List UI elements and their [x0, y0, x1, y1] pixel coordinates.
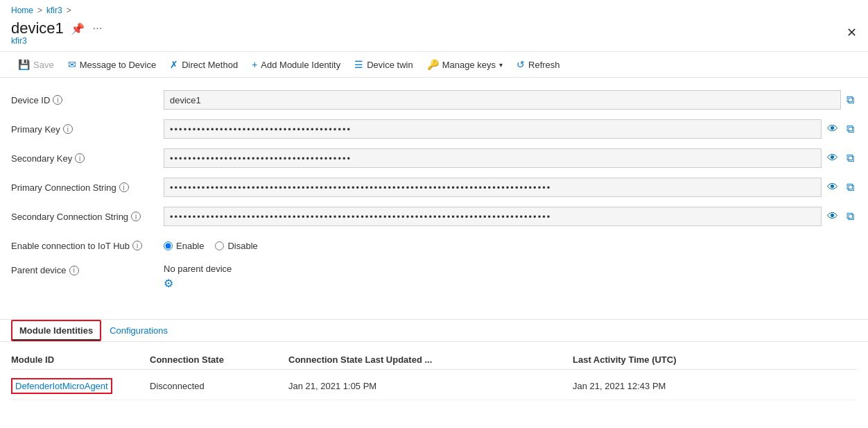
secondary-conn-string-info-icon[interactable]: i	[131, 212, 141, 221]
add-module-identity-button[interactable]: + Add Module Identity	[245, 56, 347, 73]
refresh-button[interactable]: ↺ Refresh	[510, 56, 567, 73]
message-icon: ✉	[68, 59, 76, 70]
pin-button[interactable]: 📌	[69, 21, 86, 37]
primary-key-info-icon[interactable]: i	[63, 124, 73, 134]
breadcrumb-sep2: >	[67, 6, 71, 15]
manage-keys-icon: 🔑	[427, 59, 439, 70]
enable-connection-radio-group: Enable Disable	[164, 241, 258, 251]
parent-device-area: No parent device ⚙	[164, 264, 232, 290]
secondary-key-info-icon[interactable]: i	[75, 153, 85, 163]
device-id-input[interactable]	[164, 90, 841, 110]
secondary-key-field-container: 👁 ⧉	[164, 148, 857, 168]
breadcrumb-hub[interactable]: kfir3	[46, 6, 62, 15]
direct-method-icon: ✗	[170, 59, 178, 70]
enable-connection-info-icon[interactable]: i	[132, 241, 142, 250]
primary-key-eye-button[interactable]: 👁	[824, 121, 841, 137]
secondary-key-input[interactable]	[164, 148, 822, 168]
content-area: Device ID i ⧉ Primary Key i 👁 ⧉	[0, 78, 868, 308]
primary-key-input[interactable]	[164, 119, 822, 139]
secondary-conn-string-field-container: 👁 ⧉	[164, 207, 857, 226]
module-id-cell: DefenderIotMicroAgent	[11, 378, 150, 394]
disable-radio-label[interactable]: Disable	[215, 241, 257, 251]
device-id-copy-button[interactable]: ⧉	[844, 92, 857, 108]
module-id-link[interactable]: DefenderIotMicroAgent	[11, 378, 112, 394]
primary-conn-string-label: Primary Connection String i	[11, 182, 164, 193]
enable-connection-row: Enable connection to IoT Hub i Enable Di…	[11, 234, 857, 257]
table-area: Module ID Connection State Connection St…	[0, 342, 868, 409]
device-id-field-container: ⧉	[164, 90, 857, 110]
device-twin-button[interactable]: ☰ Device twin	[347, 56, 419, 73]
message-to-device-button[interactable]: ✉ Message to Device	[61, 56, 164, 73]
secondary-conn-string-label: Secondary Connection String i	[11, 212, 164, 222]
primary-conn-string-field-container: 👁 ⧉	[164, 178, 857, 197]
copy-icon: ⧉	[847, 94, 854, 106]
secondary-key-label: Secondary Key i	[11, 153, 164, 164]
device-id-label: Device ID i	[11, 95, 164, 105]
disable-radio[interactable]	[215, 241, 224, 250]
enable-radio[interactable]	[164, 241, 173, 250]
form-area: Device ID i ⧉ Primary Key i 👁 ⧉	[0, 89, 868, 297]
conn-state-updated-cell: Jan 21, 2021 1:05 PM	[288, 381, 573, 391]
table-header: Module ID Connection State Connection St…	[11, 350, 857, 370]
tab-module-identities[interactable]: Module Identities	[11, 320, 101, 341]
col-header-connection-state: Connection State	[150, 354, 288, 365]
parent-device-row: Parent device i No parent device ⚙	[11, 264, 857, 290]
breadcrumb-home[interactable]: Home	[11, 6, 33, 15]
secondary-key-eye-button[interactable]: 👁	[824, 151, 841, 166]
tabs-bar: Module Identities Configurations	[0, 320, 868, 342]
tabs-section: Module Identities Configurations Module …	[0, 319, 868, 409]
secondary-conn-string-row: Secondary Connection String i 👁 ⧉	[11, 205, 857, 228]
col-header-module-id: Module ID	[11, 354, 150, 365]
secondary-key-row: Secondary Key i 👁 ⧉	[11, 147, 857, 169]
close-button[interactable]: ✕	[847, 25, 857, 40]
secondary-conn-string-eye-button[interactable]: 👁	[824, 209, 841, 224]
more-options-button[interactable]: ···	[92, 21, 103, 36]
secondary-key-copy-button[interactable]: ⧉	[844, 151, 857, 166]
primary-key-label: Primary Key i	[11, 124, 164, 135]
primary-conn-string-row: Primary Connection String i 👁 ⧉	[11, 176, 857, 198]
device-id-info-icon[interactable]: i	[53, 95, 62, 105]
device-twin-icon: ☰	[354, 59, 363, 70]
direct-method-button[interactable]: ✗ Direct Method	[163, 56, 245, 73]
col-header-conn-state-updated: Connection State Last Updated ...	[288, 354, 573, 365]
connection-state-cell: Disconnected	[150, 381, 288, 391]
save-button[interactable]: 💾 Save	[11, 56, 61, 73]
secondary-conn-string-input[interactable]	[164, 207, 822, 226]
page-title: device1	[11, 19, 64, 37]
primary-conn-string-eye-button[interactable]: 👁	[824, 180, 841, 195]
breadcrumb-sep1: >	[37, 6, 42, 15]
no-parent-device-text: No parent device	[164, 264, 232, 274]
manage-keys-button[interactable]: 🔑 Manage keys ▾	[420, 56, 510, 73]
parent-device-label: Parent device i	[11, 264, 164, 275]
page-subtitle: kfir3	[11, 36, 103, 46]
tab-configurations[interactable]: Configurations	[101, 320, 176, 341]
table-row: DefenderIotMicroAgent Disconnected Jan 2…	[11, 373, 857, 400]
add-icon: +	[252, 59, 257, 70]
chevron-down-icon: ▾	[499, 61, 503, 69]
enable-radio-label[interactable]: Enable	[164, 241, 204, 251]
toolbar: 💾 Save ✉ Message to Device ✗ Direct Meth…	[0, 52, 868, 78]
device-id-row: Device ID i ⧉	[11, 89, 857, 111]
primary-conn-string-copy-button[interactable]: ⧉	[844, 180, 857, 195]
col-header-last-activity: Last Activity Time (UTC)	[573, 354, 857, 365]
parent-device-info-icon[interactable]: i	[69, 266, 79, 275]
breadcrumb: Home > kfir3 >	[0, 0, 868, 17]
primary-key-row: Primary Key i 👁 ⧉	[11, 118, 857, 140]
primary-conn-string-input[interactable]	[164, 178, 822, 197]
primary-key-field-container: 👁 ⧉	[164, 119, 857, 139]
primary-conn-string-info-icon[interactable]: i	[119, 182, 129, 192]
refresh-icon: ↺	[517, 59, 525, 70]
last-activity-cell: Jan 21, 2021 12:43 PM	[573, 381, 857, 391]
secondary-conn-string-copy-button[interactable]: ⧉	[844, 209, 857, 224]
parent-device-gear-icon[interactable]: ⚙	[164, 277, 232, 290]
primary-key-copy-button[interactable]: ⧉	[844, 121, 857, 137]
save-icon: 💾	[18, 59, 30, 70]
enable-connection-label: Enable connection to IoT Hub i	[11, 241, 164, 251]
